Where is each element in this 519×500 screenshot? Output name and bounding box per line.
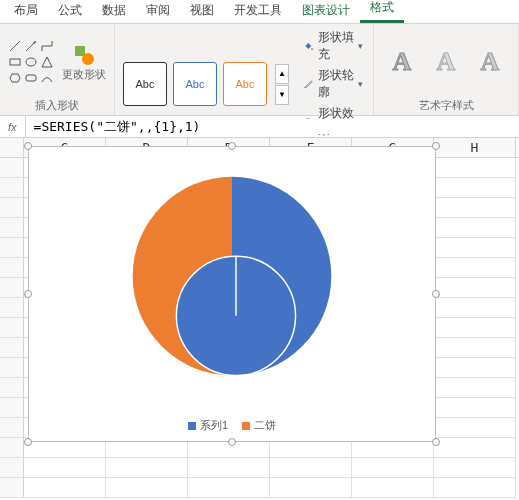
chart-legend[interactable]: 系列1 二饼 — [29, 418, 435, 433]
tab-data[interactable]: 数据 — [92, 0, 136, 23]
wordart-thumb-2[interactable]: A — [426, 42, 466, 82]
row-header[interactable] — [0, 398, 24, 418]
shape-rect-icon[interactable] — [8, 55, 22, 69]
cell[interactable] — [434, 378, 516, 398]
cell[interactable] — [434, 318, 516, 338]
chart-object[interactable]: 系列1 二饼 — [28, 146, 436, 442]
cell[interactable] — [434, 158, 516, 178]
row-header[interactable] — [0, 178, 24, 198]
row-header[interactable] — [0, 158, 24, 178]
shape-outline-button[interactable]: 形状轮廓 ▾ — [301, 66, 365, 102]
chevron-down-icon: ▾ — [358, 41, 363, 51]
tab-layout[interactable]: 布局 — [4, 0, 48, 23]
row-header[interactable] — [0, 278, 24, 298]
row-header[interactable] — [0, 478, 24, 498]
shape-fill-button[interactable]: 形状填充 ▾ — [301, 28, 365, 64]
style-thumb-2[interactable]: Abc — [173, 62, 217, 106]
fx-label[interactable]: fx — [0, 116, 26, 137]
cell[interactable] — [434, 438, 516, 458]
shape-style-gallery[interactable]: Abc Abc Abc ▲ ▼ — [123, 62, 289, 106]
tab-review[interactable]: 审阅 — [136, 0, 180, 23]
cell[interactable] — [434, 398, 516, 418]
resize-handle-br[interactable] — [432, 438, 440, 446]
resize-handle-tl[interactable] — [24, 142, 32, 150]
cell[interactable] — [434, 278, 516, 298]
row-header[interactable] — [0, 198, 24, 218]
shape-line-icon[interactable] — [8, 39, 22, 53]
row-header[interactable] — [0, 298, 24, 318]
shape-elbow-icon[interactable] — [40, 39, 54, 53]
change-shape-button[interactable]: 更改形状 — [62, 43, 106, 82]
resize-handle-bl[interactable] — [24, 438, 32, 446]
shape-triangle-icon[interactable] — [40, 55, 54, 69]
cell[interactable] — [352, 478, 434, 498]
worksheet-grid[interactable]: C D E F G H — [0, 138, 519, 498]
row-header[interactable] — [0, 378, 24, 398]
cell[interactable] — [106, 478, 188, 498]
cell[interactable] — [434, 478, 516, 498]
row-header[interactable] — [0, 458, 24, 478]
resize-handle-ml[interactable] — [24, 290, 32, 298]
legend-item-series1[interactable]: 系列1 — [188, 418, 228, 433]
group-insert-shapes: 更改形状 插入形状 — [0, 24, 115, 115]
cell[interactable] — [24, 458, 106, 478]
paint-bucket-icon — [303, 39, 314, 53]
row-header[interactable] — [0, 338, 24, 358]
cell[interactable] — [188, 478, 270, 498]
legend-item-erbing[interactable]: 二饼 — [242, 418, 276, 433]
select-all-cell[interactable] — [0, 138, 24, 157]
formula-input[interactable] — [26, 119, 519, 134]
cell[interactable] — [434, 258, 516, 278]
cell[interactable] — [352, 458, 434, 478]
row-header[interactable] — [0, 438, 24, 458]
pen-icon — [303, 77, 314, 91]
tab-view[interactable]: 视图 — [180, 0, 224, 23]
cell[interactable] — [434, 358, 516, 378]
shape-hex-icon[interactable] — [8, 71, 22, 85]
resize-handle-mr[interactable] — [432, 290, 440, 298]
style-thumb-3[interactable]: Abc — [223, 62, 267, 106]
pie-chart[interactable] — [29, 147, 435, 441]
tab-formulas[interactable]: 公式 — [48, 0, 92, 23]
row-header[interactable] — [0, 238, 24, 258]
cell[interactable] — [270, 478, 352, 498]
cell[interactable] — [188, 458, 270, 478]
grid-row — [0, 458, 519, 478]
row-header[interactable] — [0, 358, 24, 378]
tab-format[interactable]: 格式 — [360, 0, 404, 23]
cell[interactable] — [106, 458, 188, 478]
cell[interactable] — [434, 218, 516, 238]
cell[interactable] — [24, 478, 106, 498]
grid-row — [0, 478, 519, 498]
wordart-gallery[interactable]: A A A — [382, 42, 510, 82]
resize-handle-tm[interactable] — [228, 142, 236, 150]
row-header[interactable] — [0, 218, 24, 238]
tab-devtools[interactable]: 开发工具 — [224, 0, 292, 23]
shapes-gallery[interactable] — [8, 39, 54, 85]
wordart-thumb-1[interactable]: A — [382, 42, 422, 82]
resize-handle-bm[interactable] — [228, 438, 236, 446]
cell[interactable] — [434, 338, 516, 358]
style-gallery-up-icon[interactable]: ▲ — [275, 64, 289, 84]
cell[interactable] — [434, 178, 516, 198]
shape-oval-icon[interactable] — [24, 55, 38, 69]
tab-chart-design[interactable]: 图表设计 — [292, 0, 360, 23]
row-header[interactable] — [0, 318, 24, 338]
cell[interactable] — [434, 418, 516, 438]
row-header[interactable] — [0, 418, 24, 438]
shape-curve-icon[interactable] — [40, 71, 54, 85]
wordart-thumb-3[interactable]: A — [470, 42, 510, 82]
cell[interactable] — [434, 458, 516, 478]
row-header[interactable] — [0, 258, 24, 278]
change-shape-label: 更改形状 — [62, 67, 106, 82]
cell[interactable] — [434, 238, 516, 258]
style-thumb-1[interactable]: Abc — [123, 62, 167, 106]
cell[interactable] — [434, 198, 516, 218]
col-header-h[interactable]: H — [434, 138, 516, 157]
shape-rrect-icon[interactable] — [24, 71, 38, 85]
resize-handle-tr[interactable] — [432, 142, 440, 150]
shape-arrow-icon[interactable] — [24, 39, 38, 53]
cell[interactable] — [434, 298, 516, 318]
style-gallery-more-icon[interactable]: ▼ — [275, 85, 289, 105]
cell[interactable] — [270, 458, 352, 478]
